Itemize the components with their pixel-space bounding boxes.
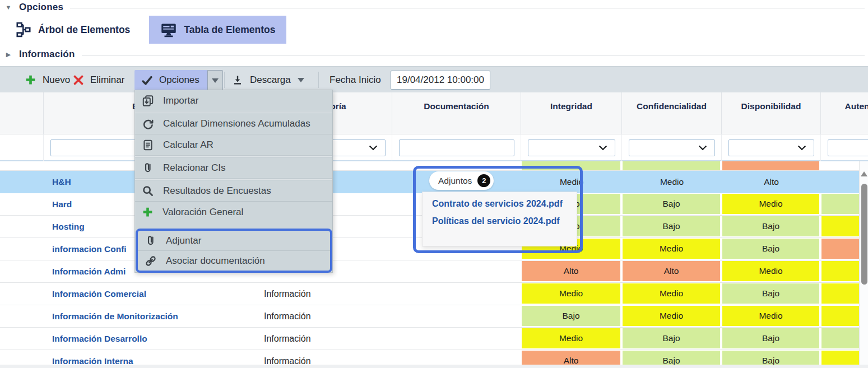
cell-integridad: [521, 161, 622, 170]
value-cell-medio: [821, 216, 859, 236]
vertical-scrollbar[interactable]: [859, 161, 868, 368]
value-cell-medio: Medio: [722, 261, 819, 281]
attachment-link[interactable]: Políticas del servicio 2024.pdf: [432, 216, 577, 226]
cell-autenticidad: [821, 260, 859, 282]
column-header-disponibilidad[interactable]: Disponibilidad: [722, 92, 821, 134]
cell-autenticidad: [821, 238, 859, 260]
cell-confidencialidad: Bajo: [622, 328, 722, 350]
menu-item-label: Calcular Dimensiones Acumuladas: [163, 118, 310, 129]
cell-disponibilidad: Alto: [722, 171, 821, 193]
menu-item-valoraci-n-general[interactable]: Valoración General: [135, 202, 332, 222]
cell-sel: [0, 161, 44, 170]
column-header-documentacion[interactable]: Documentación: [392, 92, 521, 134]
table-row[interactable]: Información DesarrolloInformaciónMedioBa…: [0, 328, 859, 350]
cell-confidencialidad: Medio: [622, 283, 722, 305]
column-header-integridad[interactable]: Integridad: [521, 92, 622, 134]
eliminar-label: Eliminar: [90, 74, 124, 86]
nuevo-button[interactable]: Nuevo: [25, 67, 70, 93]
cell-integridad: Medio: [521, 171, 622, 193]
toolbar-divider: [224, 72, 225, 88]
value-cell-medio: Medio: [623, 306, 720, 326]
fecha-inicio-input[interactable]: [391, 71, 490, 90]
plus-icon: [142, 206, 154, 218]
filter-input-autenticidad[interactable]: [828, 139, 868, 156]
scroll-up-arrow-icon[interactable]: [861, 168, 867, 176]
column-header-autenticidad[interactable]: Autenticidad: [821, 92, 868, 134]
value-cell-medio: Medio: [722, 194, 819, 214]
horizontal-scrollbar[interactable]: [0, 365, 868, 368]
download-icon: [232, 74, 243, 86]
cell-autenticidad: [821, 161, 859, 170]
menu-item-label: Calcular AR: [163, 139, 213, 151]
opciones-label: Opciones: [159, 74, 199, 86]
section-title: Información: [19, 49, 75, 60]
menu-item-asociar-documentaci-n[interactable]: Asociar documentación: [138, 251, 330, 271]
cell-categoria: Información: [261, 305, 392, 327]
chevron-down-icon: [699, 142, 707, 150]
cell-disponibilidad: Medio: [722, 193, 821, 215]
opciones-dropdown-arrow[interactable]: [207, 70, 223, 90]
column-header-confidencialidad[interactable]: Confidencialidad: [622, 92, 722, 134]
opciones-button-main[interactable]: Opciones: [134, 70, 207, 90]
adjuntos-label: Adjuntos: [438, 176, 472, 186]
table-row[interactable]: Información ComercialInformaciónMedioMed…: [0, 283, 859, 305]
filter-select-confidencialidad[interactable]: [629, 139, 715, 156]
tab-arbol-de-elementos[interactable]: Árbol de Elementos: [4, 16, 141, 44]
value-cell-medio: Medio: [522, 283, 620, 304]
adjuntos-chip[interactable]: Adjuntos 2: [429, 171, 494, 190]
cell-autenticidad: [821, 305, 859, 327]
link-icon: [145, 255, 157, 267]
table-header-row: ElementoCategoríaDocumentaciónIntegridad…: [0, 92, 868, 134]
cell-sel: [0, 328, 44, 350]
search-icon: [142, 185, 154, 197]
column-header-sel: [0, 92, 44, 134]
value-cell-alto: Alto: [522, 261, 620, 281]
expand-triangle-icon[interactable]: ▶: [4, 51, 12, 58]
divider: [82, 55, 865, 55]
refresh-icon: [142, 118, 154, 130]
value-cell-bajo: [522, 161, 620, 170]
value-cell-bajo: Bajo: [722, 216, 819, 236]
cell-disponibilidad: Bajo: [722, 328, 821, 350]
table-row[interactable]: [0, 161, 859, 171]
filter-select-disponibilidad[interactable]: [728, 139, 814, 156]
cell-disponibilidad: Medio: [722, 305, 821, 327]
paperclip-icon: [145, 235, 157, 247]
menu-item-calcular-ar[interactable]: Calcular AR: [135, 134, 332, 155]
table-row[interactable]: Información AdmiAltoAltoMedio: [0, 260, 859, 283]
tab-tabla-de-elementos[interactable]: Tabla de Elementos: [149, 16, 286, 44]
cell-autenticidad: [821, 328, 859, 350]
cell-elemento: Información Desarrollo: [44, 328, 261, 350]
divider: [70, 8, 865, 8]
column-header-label: Confidencialidad: [637, 101, 707, 111]
filter-input-documentacion[interactable]: [399, 139, 514, 156]
value-cell-bajo: [821, 194, 859, 214]
column-header-label: Autenticidad: [845, 101, 868, 111]
menu-item-label: Valoración General: [163, 207, 243, 218]
menu-item-label: Relacionar CIs: [163, 162, 226, 174]
menu-item-label: Asociar documentación: [166, 255, 265, 267]
cell-sel: [0, 216, 44, 237]
attachment-link[interactable]: Contrato de servicios 2024.pdf: [432, 199, 577, 209]
cell-sel: [0, 260, 44, 282]
eliminar-button[interactable]: Eliminar: [73, 67, 124, 93]
menu-item-label: Importar: [163, 95, 198, 106]
menu-item-calcular-dimensiones-acumuladas[interactable]: Calcular Dimensiones Acumuladas: [135, 113, 332, 134]
table-row[interactable]: Información de MonitorizaciónInformación…: [0, 305, 859, 328]
chevron-down-icon: [212, 78, 219, 86]
menu-item-importar[interactable]: Importar: [135, 90, 332, 111]
menu-item-relacionar-cis[interactable]: Relacionar CIs: [135, 157, 332, 178]
opciones-button[interactable]: Opciones: [134, 70, 223, 90]
descarga-button[interactable]: Descarga: [232, 67, 304, 93]
collapse-triangle-icon[interactable]: ▼: [4, 4, 12, 11]
cell-autenticidad: [821, 171, 859, 193]
value-cell-alto: Alto: [623, 261, 720, 281]
chevron-down-icon: [298, 78, 304, 86]
cell-documentacion: [392, 283, 521, 305]
value-cell-bajo: Bajo: [522, 306, 620, 326]
menu-item-resultados-de-encuestas[interactable]: Resultados de Encuestas: [135, 180, 332, 201]
filter-select-integridad[interactable]: [528, 139, 615, 156]
value-cell-bajo: Bajo: [623, 194, 720, 214]
scrollbar-thumb[interactable]: [861, 184, 867, 285]
menu-item-adjuntar[interactable]: Adjuntar: [138, 231, 330, 250]
